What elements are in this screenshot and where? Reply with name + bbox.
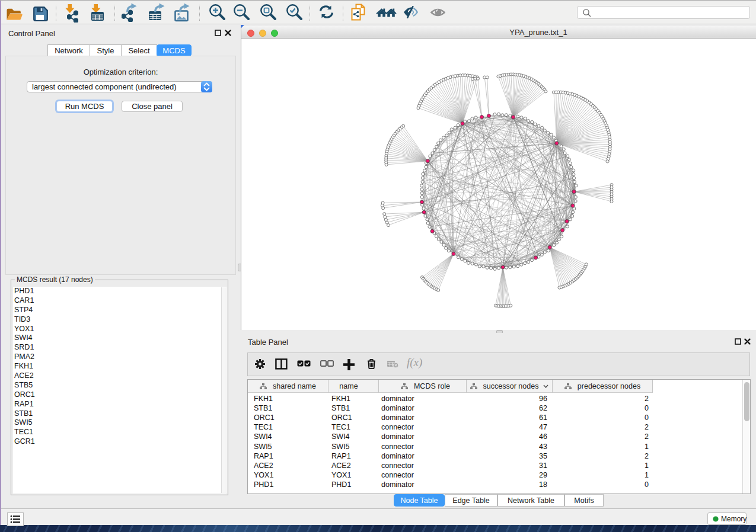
svg-text:f(x): f(x) <box>407 357 422 369</box>
